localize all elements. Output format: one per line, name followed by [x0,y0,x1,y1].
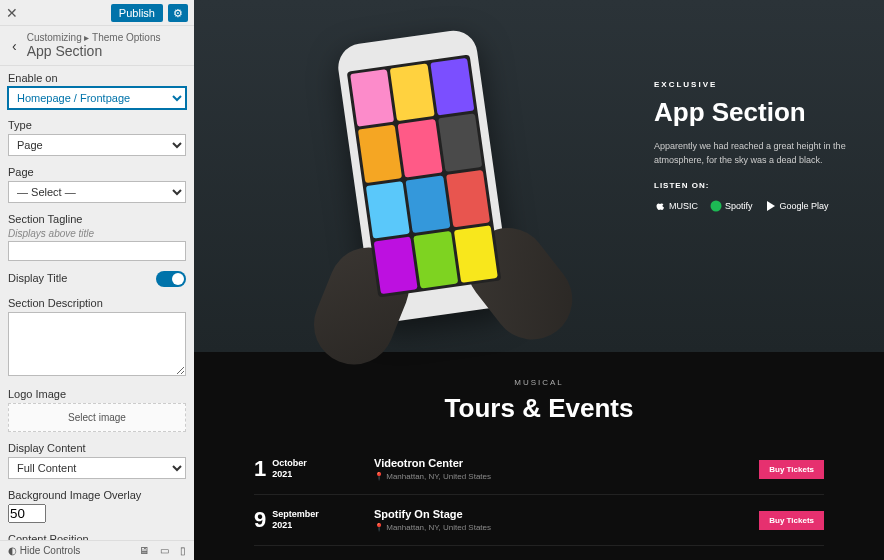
display-content-select[interactable]: Full Content [8,457,186,479]
app-tile [374,236,418,294]
event-row: 9September2021Spotify On Stage📍 Manhatta… [254,495,824,546]
device-desktop-icon[interactable]: 🖥 [139,545,149,556]
back-icon[interactable]: ‹ [8,34,21,58]
buy-tickets-button[interactable]: Buy Tickets [759,460,824,479]
event-venue: Videotron Center [374,457,759,469]
app-tile [414,231,458,289]
app-tile [350,69,394,127]
select-image-button[interactable]: Select image [8,403,186,432]
overlay-label: Background Image Overlay [8,489,186,501]
app-tile [406,175,450,233]
page-select[interactable]: — Select — [8,181,186,203]
svg-point-0 [711,201,722,212]
display-content-label: Display Content [8,442,186,454]
listen-on-label: LISTEN ON: [654,181,854,190]
hero-title: App Section [654,97,854,128]
type-label: Type [8,119,186,131]
event-day: 1 [254,456,266,482]
brand-google-play[interactable]: Google Play [765,200,829,212]
hide-controls-button[interactable]: ◐ Hide Controls [8,545,80,556]
play-icon [765,200,777,212]
page-label: Page [8,166,186,178]
app-tile [446,169,490,227]
hero-desc: Apparently we had reached a great height… [654,140,854,167]
preview-pane: EXCLUSIVE App Section Apparently we had … [194,0,884,560]
tours-title: Tours & Events [254,393,824,424]
app-tile [358,125,402,183]
close-icon[interactable]: ✕ [6,5,18,21]
tagline-input[interactable] [8,241,186,261]
tagline-hint: Displays above title [8,228,186,239]
app-tile [366,181,410,239]
desc-textarea[interactable] [8,312,186,376]
enable-on-select[interactable]: Homepage / Frontpage [8,87,186,109]
enable-on-label: Enable on [8,72,186,84]
gear-icon[interactable]: ⚙ [168,4,188,22]
event-day: 9 [254,507,266,533]
app-tile [430,58,474,116]
app-tile [438,114,482,172]
phone-mockup [335,28,513,325]
buy-tickets-button[interactable]: Buy Tickets [759,511,824,530]
event-venue: Spotify On Stage [374,508,759,520]
position-label: Content Position [8,533,186,540]
display-title-toggle[interactable] [156,271,186,287]
app-tile [453,225,497,283]
publish-button[interactable]: Publish [111,4,163,22]
event-location: 📍 Manhattan, NY, United States [374,523,759,532]
logo-label: Logo Image [8,388,186,400]
event-location: 📍 Manhattan, NY, United States [374,472,759,481]
tours-eyebrow: MUSICAL [254,378,824,387]
device-mobile-icon[interactable]: ▯ [180,545,186,556]
brand-spotify[interactable]: Spotify [710,200,753,212]
device-tablet-icon[interactable]: ▭ [160,545,169,556]
page-title: App Section [27,43,161,59]
overlay-input[interactable] [8,504,46,523]
app-tile [390,63,434,121]
hero-eyebrow: EXCLUSIVE [654,80,854,89]
app-tile [398,119,442,177]
event-month-year: October2021 [272,458,307,480]
event-row: 1October2021Videotron Center📍 Manhattan,… [254,444,824,495]
breadcrumb: Customizing ▸ Theme Options [27,32,161,43]
desc-label: Section Description [8,297,186,309]
event-month-year: September2021 [272,509,319,531]
display-title-label: Display Title [8,272,67,284]
spotify-icon [710,200,722,212]
type-select[interactable]: Page [8,134,186,156]
apple-icon [654,200,666,212]
tagline-label: Section Tagline [8,213,186,225]
brand-apple-music[interactable]: MUSIC [654,200,698,212]
